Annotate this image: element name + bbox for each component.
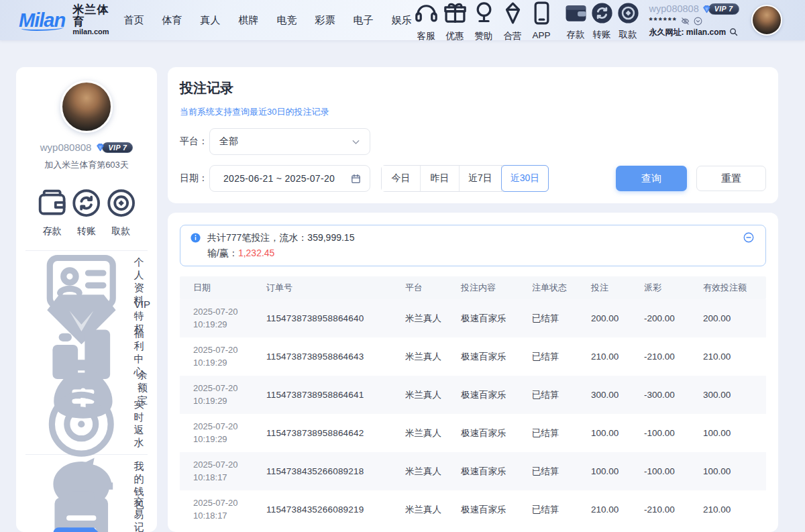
table-row[interactable]: 2025-07-20 10:19:29 1154738738958864641 … xyxy=(180,376,766,414)
header-quick-link[interactable]: 赞助 xyxy=(470,0,498,42)
cell-bet-content: 极速百家乐 xyxy=(461,389,532,401)
date-range-value: 2025-06-21 ~ 2025-07-20 xyxy=(223,173,335,184)
nav-item[interactable]: 电子 xyxy=(354,14,374,27)
page-subtitle: 当前系统支持查询最近30日的投注记录 xyxy=(180,106,766,118)
table-column-header: 派彩 xyxy=(644,282,703,294)
cell-time: 10:18:17 xyxy=(193,510,266,523)
cell-order-number: 1154738738958864642 xyxy=(266,428,405,438)
vip-diamond-icon xyxy=(95,142,105,152)
headset-icon xyxy=(412,0,441,28)
chevron-down-icon xyxy=(350,136,362,148)
bet-records-icon xyxy=(40,516,123,532)
cell-platform: 米兰真人 xyxy=(405,351,461,363)
date-range-button[interactable]: 今日 xyxy=(382,166,421,191)
site-logo[interactable]: Milan 米兰体育 milan.com xyxy=(19,4,109,37)
calendar-icon xyxy=(350,173,362,184)
cell-time: 10:19:29 xyxy=(193,433,266,446)
quick-link-label: 优惠 xyxy=(446,30,464,42)
nav-item[interactable]: 电竞 xyxy=(277,14,297,27)
nav-item[interactable]: 彩票 xyxy=(315,14,335,27)
nav-item[interactable]: 真人 xyxy=(201,14,221,27)
sidebar-menu-item[interactable]: 实时返水 xyxy=(23,406,150,441)
cell-order-number: 1154738738958864641 xyxy=(266,390,405,400)
eye-off-icon[interactable] xyxy=(680,16,690,26)
cell-time: 10:19:29 xyxy=(193,357,266,370)
transfer-outline-icon xyxy=(69,186,103,220)
cell-valid-amount: 210.00 xyxy=(703,352,766,362)
table-row[interactable]: 2025-07-20 10:19:29 1154738738958864642 … xyxy=(180,414,766,452)
user-avatar[interactable] xyxy=(751,5,782,36)
permanent-url-text: 永久网址: milan.com xyxy=(649,28,727,38)
header-wallet-link[interactable]: 取款 xyxy=(615,0,641,41)
sidebar: wyp080808 VIP 7 加入米兰体育第603天 存款 转账 xyxy=(16,67,157,532)
table-column-header: 注单状态 xyxy=(532,282,591,294)
header-wallet-links: 存款 转账 取款 xyxy=(563,0,641,41)
date-quick-ranges: 今日 昨日 近7日 近30日 xyxy=(381,165,549,192)
cell-bet-amount: 100.00 xyxy=(591,428,644,438)
phone-icon xyxy=(527,0,556,28)
sidebar-quick-action[interactable]: 转账 xyxy=(69,186,103,237)
nav-item[interactable]: 体育 xyxy=(162,14,182,27)
balance-masked: ****** xyxy=(649,15,678,26)
sidebar-avatar[interactable] xyxy=(60,81,113,133)
magnifier-icon[interactable] xyxy=(729,27,739,37)
cell-status: 已结算 xyxy=(532,504,591,516)
page-title: 投注记录 xyxy=(180,79,766,97)
cell-valid-amount: 100.00 xyxy=(703,428,766,438)
cell-time: 10:19:29 xyxy=(193,319,266,331)
summary-totals-text: 共计777笔投注，流水： xyxy=(207,232,307,243)
header-quick-link[interactable]: 合营 xyxy=(498,0,527,42)
query-button[interactable]: 查询 xyxy=(616,166,687,191)
platform-select[interactable]: 全部 xyxy=(209,128,370,155)
vip-diamond-icon xyxy=(702,4,712,14)
date-range-button[interactable]: 昨日 xyxy=(421,166,460,191)
header-quick-link[interactable]: APP xyxy=(527,0,556,42)
header-wallet-link[interactable]: 转账 xyxy=(589,0,615,41)
sidebar-quick-action[interactable]: 存款 xyxy=(35,186,69,237)
table-header-row: 日期订单号平台投注内容注单状态投注派彩有效投注额 xyxy=(180,276,766,299)
main-content: 投注记录 当前系统支持查询最近30日的投注记录 平台： 全部 日期： 2025-… xyxy=(168,67,778,532)
chevron-circle-icon[interactable] xyxy=(693,16,703,26)
cell-date: 2025-07-20 xyxy=(193,459,266,472)
table-row[interactable]: 2025-07-20 10:19:29 1154738738958864643 … xyxy=(180,337,766,376)
cell-platform: 米兰真人 xyxy=(405,466,461,478)
nav-item[interactable]: 娱乐 xyxy=(392,14,412,27)
cell-bet-content: 极速百家乐 xyxy=(461,504,532,516)
collapse-icon[interactable] xyxy=(743,231,755,244)
diamond-icon xyxy=(498,0,527,28)
sidebar-menu-label: 交易记录 xyxy=(134,496,151,532)
header-wallet-link[interactable]: 存款 xyxy=(563,0,589,41)
date-range-input[interactable]: 2025-06-21 ~ 2025-07-20 xyxy=(209,165,370,192)
summary-turnover-value: 359,999.15 xyxy=(307,232,354,243)
table-row[interactable]: 2025-07-20 10:19:29 1154738738958864640 … xyxy=(180,299,766,337)
sidebar-menu-label: 实时返水 xyxy=(134,398,151,449)
summary-banner: 共计777笔投注，流水：359,999.15 输/赢：1,232.45 xyxy=(180,225,766,266)
header-quick-link[interactable]: 客服 xyxy=(412,0,441,42)
winloss-value: 1,232.45 xyxy=(238,248,275,258)
wallet-outline-icon xyxy=(35,186,69,220)
reset-button[interactable]: 重置 xyxy=(696,166,766,191)
date-range-button[interactable]: 近30日 xyxy=(501,165,549,192)
sidebar-quick-action[interactable]: 取款 xyxy=(104,186,138,237)
wallet-solid-icon xyxy=(563,0,589,26)
username-text: wyp080808 xyxy=(649,3,699,15)
nav-item[interactable]: 棋牌 xyxy=(239,14,259,27)
logo-script-text: Milan xyxy=(19,9,68,32)
quick-link-label: 合营 xyxy=(504,30,522,42)
table-row[interactable]: 2025-07-20 10:18:17 1154738435266089219 … xyxy=(180,490,766,529)
winloss-label: 输/赢： xyxy=(207,248,238,258)
date-range-button[interactable]: 近7日 xyxy=(460,166,502,191)
header-quick-link[interactable]: 优惠 xyxy=(441,0,470,42)
withdraw-outline-icon xyxy=(104,186,138,220)
cell-status: 已结算 xyxy=(532,313,591,325)
transfer-solid-icon xyxy=(589,0,615,26)
results-card: 共计777笔投注，流水：359,999.15 输/赢：1,232.45 日期订单… xyxy=(168,213,778,532)
cell-bet-amount: 210.00 xyxy=(591,352,644,362)
cell-payout: -300.00 xyxy=(644,390,703,400)
cell-payout: -200.00 xyxy=(644,313,703,323)
wallet-link-label: 取款 xyxy=(619,29,637,41)
table-row[interactable]: 2025-07-20 10:18:17 1154738435266089218 … xyxy=(180,452,766,490)
withdraw-solid-icon xyxy=(615,0,641,26)
nav-item[interactable]: 首页 xyxy=(124,14,144,27)
cell-date: 2025-07-20 xyxy=(193,306,266,319)
